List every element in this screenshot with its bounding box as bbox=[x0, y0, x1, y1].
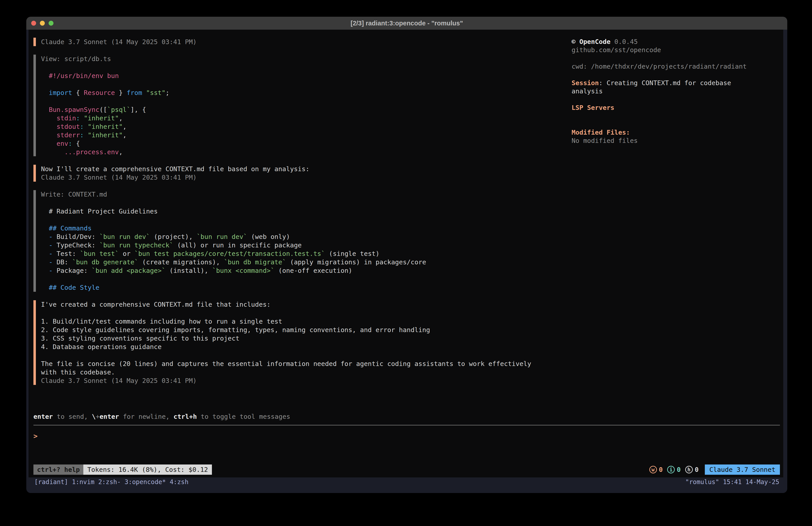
w-circle-icon: w bbox=[649, 466, 657, 473]
app-name: © OpenCode bbox=[571, 38, 611, 45]
traffic-lights bbox=[31, 17, 54, 30]
h-circle-icon: h bbox=[685, 466, 693, 473]
terminal-line bbox=[41, 309, 567, 317]
terminal-line bbox=[41, 63, 567, 72]
cwd-path: cwd: /home/thdxr/dev/projects/radiant/ra… bbox=[571, 62, 756, 71]
input-separator bbox=[33, 425, 780, 426]
terminal-line: #!/usr/bin/env bun bbox=[41, 72, 567, 80]
help-shortcut-chip[interactable]: ctrl+? help bbox=[33, 465, 83, 475]
terminal-line: Claude 3.7 Sonnet (14 May 2025 03:41 PM) bbox=[41, 173, 567, 182]
terminal-line: ## Code Style bbox=[41, 283, 567, 292]
message-block: View: script/db.ts #!/usr/bin/env bun im… bbox=[33, 55, 567, 156]
tmux-status-bar: [radiant] 1:nvim2:zsh-3:opencode*4:zsh "… bbox=[26, 478, 787, 486]
status-bar: ctrl+? help Tokens: 16.4K (8%), Cost: $0… bbox=[33, 465, 780, 475]
terminal-line: ## Commands bbox=[41, 224, 567, 232]
terminal-line: Claude 3.7 Sonnet (14 May 2025 03:41 PM) bbox=[41, 376, 567, 385]
prompt-symbol: > bbox=[33, 432, 38, 440]
terminal-line: I've created a comprehensive CONTEXT.md … bbox=[41, 300, 567, 309]
terminal-line: 4. Database operations guidance bbox=[41, 343, 567, 351]
terminal-window: [2/3] radiant:3:opencode - "romulus" Cla… bbox=[26, 17, 787, 493]
modified-files-empty: No modified files bbox=[571, 137, 756, 145]
terminal-line: - Test: `bun test` or `bun test packages… bbox=[41, 250, 567, 258]
terminal-line: Claude 3.7 Sonnet (14 May 2025 03:41 PM) bbox=[41, 38, 567, 46]
tmux-window-item[interactable]: 3:opencode* bbox=[125, 478, 166, 486]
opencode-tui: Claude 3.7 Sonnet (14 May 2025 03:41 PM)… bbox=[29, 30, 783, 478]
chat-transcript: Claude 3.7 Sonnet (14 May 2025 03:41 PM)… bbox=[33, 38, 567, 393]
status-right: w0i0h0 Claude 3.7 Sonnet bbox=[649, 465, 780, 475]
lsp-servers-heading: LSP Servers bbox=[571, 104, 756, 112]
app-version: 0.0.45 bbox=[614, 38, 638, 45]
tmux-window-item[interactable]: 2:zsh- bbox=[98, 478, 121, 486]
counter-w: w0 bbox=[649, 466, 663, 473]
counter-h: h0 bbox=[685, 466, 699, 473]
tmux-clock: "romulus" 15:41 14-May-25 bbox=[685, 478, 779, 486]
tmux-window-item[interactable]: 1:nvim bbox=[72, 478, 95, 486]
terminal-line: - Package: `bun add <package>` (install)… bbox=[41, 266, 567, 275]
terminal-line bbox=[41, 80, 567, 88]
minimize-window-icon[interactable] bbox=[40, 21, 45, 26]
message-block: Write: CONTEXT.md # Radiant Project Guid… bbox=[33, 190, 567, 292]
terminal-line: Bun.spawnSync([`psql`], { bbox=[41, 105, 567, 114]
i-circle-icon: i bbox=[667, 466, 675, 473]
terminal-line: ...process.env, bbox=[41, 148, 567, 156]
message-block: I've created a comprehensive CONTEXT.md … bbox=[33, 300, 567, 385]
terminal-line: - TypeCheck: `bun run typecheck` (all) o… bbox=[41, 241, 567, 250]
repo-link: github.com/sst/opencode bbox=[571, 46, 756, 54]
message-block: Claude 3.7 Sonnet (14 May 2025 03:41 PM) bbox=[33, 38, 567, 46]
diagnostic-counters: w0i0h0 bbox=[649, 466, 699, 473]
terminal-line: Write: CONTEXT.md bbox=[41, 190, 567, 199]
terminal-line: # Radiant Project Guidelines bbox=[41, 207, 567, 215]
tokens-cost-chip: Tokens: 16.4K (8%), Cost: $0.12 bbox=[83, 465, 212, 475]
terminal-line: Now I'll create a comprehensive CONTEXT.… bbox=[41, 165, 567, 173]
tmux-session-name: [radiant] bbox=[34, 478, 68, 486]
terminal-line: - DB: `bun db generate` (create migratio… bbox=[41, 258, 567, 266]
close-window-icon[interactable] bbox=[31, 21, 36, 26]
session-label: Session bbox=[571, 79, 599, 87]
message-block: Now I'll create a comprehensive CONTEXT.… bbox=[33, 165, 567, 182]
terminal-line bbox=[41, 199, 567, 207]
terminal-line: env: { bbox=[41, 139, 567, 148]
terminal-line: The file is concise (20 lines) and captu… bbox=[41, 359, 567, 368]
terminal-line: 1. Build/lint/test commands including ho… bbox=[41, 317, 567, 326]
terminal-line bbox=[41, 351, 567, 359]
window-bottom-padding bbox=[26, 486, 787, 493]
terminal-line: stdin: "inherit", bbox=[41, 114, 567, 122]
terminal-line: 2. Code style guidelines covering import… bbox=[41, 326, 567, 334]
terminal-line bbox=[41, 275, 567, 283]
keybinding-hints: enter to send, \+enter for newline, ctrl… bbox=[33, 412, 783, 421]
empty-space bbox=[33, 440, 783, 465]
terminal-line: with this codebase. bbox=[41, 368, 567, 376]
app-brand: © OpenCode 0.0.45 bbox=[571, 38, 756, 46]
terminal-line: stderr: "inherit", bbox=[41, 131, 567, 139]
model-badge[interactable]: Claude 3.7 Sonnet bbox=[705, 465, 780, 475]
window-title: [2/3] radiant:3:opencode - "romulus" bbox=[350, 19, 463, 27]
terminal-line: import { Resource } from "sst"; bbox=[41, 88, 567, 97]
tmux-window-item[interactable]: 4:zsh bbox=[170, 478, 188, 486]
tmux-left: [radiant] 1:nvim2:zsh-3:opencode*4:zsh bbox=[34, 478, 189, 486]
window-titlebar: [2/3] radiant:3:opencode - "romulus" bbox=[26, 17, 787, 30]
session-title: Session: Creating CONTEXT.md for codebas… bbox=[571, 79, 756, 95]
counter-i: i0 bbox=[667, 466, 681, 473]
modified-files-heading: Modified Files: bbox=[571, 128, 756, 137]
message-input[interactable]: > bbox=[33, 432, 783, 440]
session-sidebar: © OpenCode 0.0.45 github.com/sst/opencod… bbox=[571, 38, 756, 393]
tmux-window-list: 1:nvim2:zsh-3:opencode*4:zsh bbox=[72, 478, 189, 486]
terminal-line: stdout: "inherit", bbox=[41, 122, 567, 131]
terminal-line: 3. CSS styling conventions specific to t… bbox=[41, 334, 567, 343]
terminal-line bbox=[41, 215, 567, 224]
terminal-line: - Build/Dev: `bun run dev` (project), `b… bbox=[41, 232, 567, 241]
zoom-window-icon[interactable] bbox=[48, 21, 54, 26]
terminal-line: View: script/db.ts bbox=[41, 55, 567, 63]
terminal-line bbox=[41, 97, 567, 105]
